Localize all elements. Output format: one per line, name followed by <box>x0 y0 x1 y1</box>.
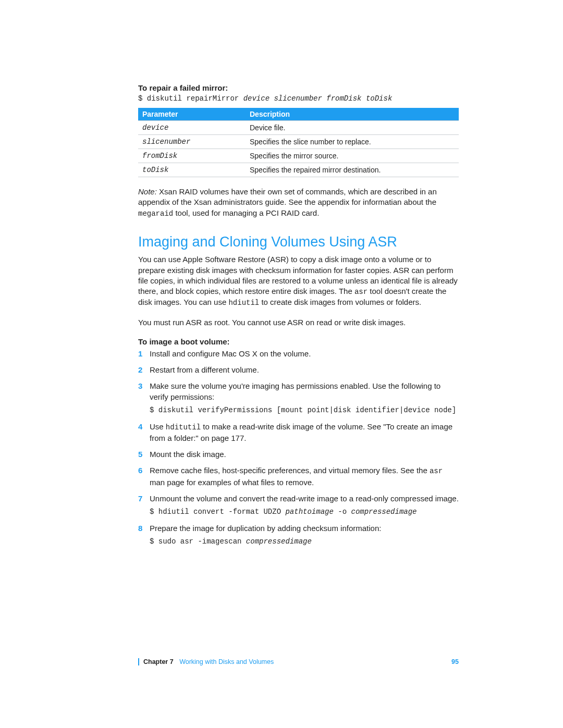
step-item: Make sure the volume you're imaging has … <box>138 380 459 416</box>
step-text: Restart from a different volume. <box>150 365 259 374</box>
cmd-prefix: $ diskutil repairMirror <box>138 94 243 103</box>
cmd-verify-permissions: $ diskutil verifyPermissions [mount poin… <box>150 405 459 416</box>
document-page: To repair a failed mirror: $ diskutil re… <box>0 0 563 728</box>
step-item: Install and configure Mac OS X on the vo… <box>138 348 459 359</box>
desc-cell: Specifies the slice number to replace. <box>246 135 459 149</box>
step-item: Remove cache files, host-specific prefer… <box>138 465 459 488</box>
param-cell: device <box>138 121 246 135</box>
note-text-a: Xsan RAID volumes have their own set of … <box>138 187 437 206</box>
cmd-arg: pathtoimage <box>285 508 333 516</box>
th-parameter: Parameter <box>138 108 246 121</box>
intro-asr: asr <box>354 288 368 296</box>
intro-hdi: hdiutil <box>228 299 259 307</box>
table-row: toDisk Specifies the repaired mirror des… <box>138 163 459 177</box>
step-text: Mount the disk image. <box>150 450 226 459</box>
intro-c: to create disk images from volumes or fo… <box>259 298 421 306</box>
step-tool: asr <box>430 467 443 475</box>
th-description: Description <box>246 108 459 121</box>
steps-list: Install and configure Mac OS X on the vo… <box>138 348 459 547</box>
step-item: Mount the disk image. <box>138 449 459 460</box>
cmd-asr-imagescan: $ sudo asr -imagescan compressedimage <box>150 537 459 547</box>
chapter-title: Working with Disks and Volumes <box>179 658 274 665</box>
step-tool: hditutil <box>166 423 201 431</box>
step-text: Remove cache files, host-specific prefer… <box>150 466 430 475</box>
parameter-table: Parameter Description device Device file… <box>138 108 459 177</box>
note-text-b: tool, used for managing a PCI RAID card. <box>173 208 319 217</box>
step-item: Prepare the image for duplication by add… <box>138 523 459 547</box>
param-cell: slicenumber <box>138 135 246 149</box>
page-footer: 95 Chapter 7 Working with Disks and Volu… <box>138 658 459 665</box>
note-paragraph: Note: Xsan RAID volumes have their own s… <box>138 187 459 218</box>
subhead-repair-mirror: To repair a failed mirror: <box>138 83 459 92</box>
step-text: Unmount the volume and convert the read-… <box>150 494 459 503</box>
step-item: Restart from a different volume. <box>138 364 459 375</box>
cmd-text: $ hdiutil convert -format UDZO <box>150 508 285 516</box>
step-text: Make sure the volume you're imaging has … <box>150 381 440 401</box>
cmd-hdiutil-convert: $ hdiutil convert -format UDZO pathtoima… <box>150 507 459 517</box>
cmd-repair-mirror: $ diskutil repairMirror device slicenumb… <box>138 94 459 103</box>
note-tool: megaraid <box>138 209 173 218</box>
cmd-arg: compressedimage <box>351 508 417 516</box>
step-item: Unmount the volume and convert the read-… <box>138 493 459 517</box>
page-number: 95 <box>451 658 459 665</box>
table-row: slicenumber Specifies the slice number t… <box>138 135 459 149</box>
table-row: fromDisk Specifies the mirror source. <box>138 149 459 163</box>
cmd-text: $ sudo asr -imagescan <box>150 537 246 546</box>
step-item: Use hditutil to make a read-write disk i… <box>138 421 459 444</box>
param-cell: fromDisk <box>138 149 246 163</box>
cmd-args: device slicenumber fromDisk toDisk <box>243 94 393 103</box>
cmd-arg: compressedimage <box>246 537 312 546</box>
table-row: device Device file. <box>138 121 459 135</box>
param-cell: toDisk <box>138 163 246 177</box>
root-note: You must run ASR as root. You cannot use… <box>138 317 459 328</box>
chapter-label: Chapter 7 <box>143 658 174 665</box>
section-heading-asr: Imaging and Cloning Volumes Using ASR <box>138 234 459 250</box>
note-label: Note: <box>138 187 159 196</box>
desc-cell: Device file. <box>246 121 459 135</box>
intro-paragraph: You can use Apple Software Restore (ASR)… <box>138 254 459 308</box>
step-text: Prepare the image for duplication by add… <box>150 524 381 533</box>
step-text: Install and configure Mac OS X on the vo… <box>150 349 311 358</box>
desc-cell: Specifies the repaired mirror destinatio… <box>246 163 459 177</box>
desc-cell: Specifies the mirror source. <box>246 149 459 163</box>
step-text: man page for examples of what files to r… <box>150 478 314 487</box>
step-text: Use <box>150 422 166 431</box>
subhead-image-boot: To image a boot volume: <box>138 337 459 346</box>
cmd-text: -o <box>334 508 351 516</box>
